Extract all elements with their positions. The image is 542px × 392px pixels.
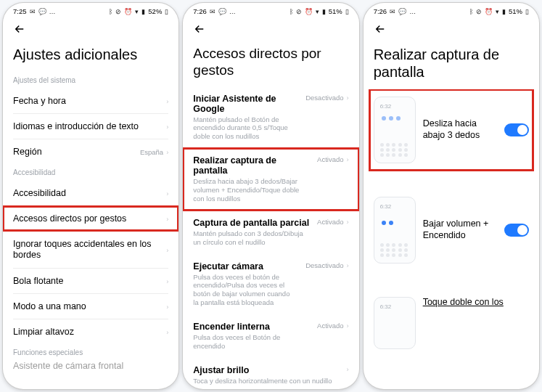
row-accesos-gestos[interactable]: Accesos directos por gestos › [3, 206, 178, 231]
alarm-icon: ⏰ [485, 8, 493, 15]
row-bola-flotante[interactable]: Bola flotante › [3, 269, 178, 293]
chevron-right-icon: › [166, 97, 168, 105]
wifi-icon: ▾ [316, 8, 319, 15]
option-label: Bajar volumen + Encendido [423, 219, 497, 241]
section-label-acc: Accesibilidad [3, 164, 178, 181]
chat-icon: 💬 [398, 8, 406, 15]
chevron-right-icon: › [166, 123, 168, 131]
page-title: Realizar captura de pantalla [364, 40, 539, 89]
wifi-icon: ▾ [135, 8, 139, 15]
dnd-icon: ⊘ [476, 8, 482, 15]
bt-icon: ᛒ [469, 8, 473, 15]
phone-3: 7:26 ✉ 💬 … ᛒ ⊘ ⏰ ▾ ▮ 51% ▯ Realizar capt… [364, 3, 539, 389]
signal-icon: ▮ [502, 8, 506, 15]
signal-icon: ▮ [322, 8, 326, 15]
toggle-switch[interactable] [504, 224, 529, 237]
chat-icon: 💬 [38, 8, 46, 15]
section-label-system: Ajustes del sistema [3, 72, 178, 89]
battery-pct: 51% [329, 7, 342, 15]
row-ejecutar-camara[interactable]: Ejecutar cámara Pulsa dos veces el botón… [183, 254, 358, 315]
row-captura-pantalla[interactable]: Realizar captura de pantalla Desliza hac… [183, 148, 358, 211]
chevron-right-icon: › [166, 277, 168, 285]
clock: 7:26 [193, 7, 207, 15]
page-title: Ajustes adicionales [3, 40, 178, 72]
chevron-right-icon: › [346, 365, 348, 373]
row-ignorar-toques[interactable]: Ignorar toques accidentales en los borde… [3, 232, 178, 268]
battery-icon: ▯ [345, 8, 349, 15]
option-label: Toque doble con los [423, 297, 529, 309]
chevron-right-icon: › [166, 148, 168, 156]
option-knock-twice[interactable]: 6:32 Toque doble con los [364, 290, 539, 356]
msg-icon: ✉ [30, 8, 36, 15]
row-google-assistant[interactable]: Iniciar Asistente de Google Mantén pulsa… [183, 86, 358, 149]
chevron-right-icon: › [166, 328, 168, 336]
msg-icon: ✉ [390, 8, 395, 15]
back-button[interactable] [193, 21, 209, 37]
status-bar: 7:26 ✉ 💬 … ᛒ ⊘ ⏰ ▾ ▮ 51% ▯ [183, 3, 358, 17]
header [3, 17, 178, 40]
alarm-icon: ⏰ [305, 8, 313, 15]
chevron-right-icon: › [346, 322, 348, 330]
clock: 7:25 [13, 7, 27, 15]
battery-pct: 51% [509, 7, 522, 15]
dnd-icon: ⊘ [115, 8, 121, 15]
more-icon: … [409, 8, 416, 15]
chevron-right-icon: › [166, 189, 168, 197]
signal-icon: ▮ [141, 8, 145, 15]
row-accesibilidad[interactable]: Accesibilidad › [3, 181, 178, 205]
back-button[interactable] [374, 21, 390, 37]
battery-icon: ▯ [525, 8, 529, 15]
row-encender-linterna[interactable]: Encender linterna Pulsa dos veces el Bot… [183, 314, 358, 358]
more-icon: … [229, 8, 236, 15]
gesture-preview-3-finger-swipe: 6:32 [374, 97, 416, 163]
row-region[interactable]: Región España› [3, 139, 178, 164]
chevron-right-icon: › [346, 155, 348, 163]
gesture-preview-knuckle: 6:32 [374, 297, 416, 349]
chevron-right-icon: › [166, 215, 168, 223]
phone-2: 7:26 ✉ 💬 … ᛒ ⊘ ⏰ ▾ ▮ 51% ▯ Accesos direc… [183, 3, 358, 389]
toggle-switch[interactable] [504, 123, 529, 136]
page-title: Accesos directos por gestos [183, 40, 358, 86]
back-button[interactable] [13, 21, 29, 37]
row-limpiar-altavoz[interactable]: Limpiar altavoz › [3, 319, 178, 344]
bt-icon: ᛒ [109, 8, 112, 15]
row-fecha-hora[interactable]: Fecha y hora › [3, 89, 178, 113]
row-captura-parcial[interactable]: Captura de pantalla parcial Mantén pulsa… [183, 211, 358, 254]
row-ajustar-brillo[interactable]: Ajustar brillo Toca y desliza horizontal… [183, 358, 358, 389]
option-label: Desliza hacia abajo 3 dedos [423, 118, 497, 141]
option-3-fingers[interactable]: 6:32 Desliza hacia abajo 3 dedos [369, 89, 533, 171]
section-label-special: Funciones especiales [3, 344, 178, 361]
battery-icon: ▯ [165, 8, 168, 15]
chevron-right-icon: › [166, 246, 168, 254]
status-bar: 7:26 ✉ 💬 … ᛒ ⊘ ⏰ ▾ ▮ 51% ▯ [364, 3, 539, 17]
header [364, 17, 539, 40]
chevron-right-icon: › [346, 218, 348, 226]
alarm-icon: ⏰ [124, 8, 132, 15]
bt-icon: ᛒ [290, 8, 293, 15]
status-bar: 7:25 ✉ 💬 … ᛒ ⊘ ⏰ ▾ ▮ 52% ▯ [3, 3, 178, 17]
dnd-icon: ⊘ [296, 8, 302, 15]
chat-icon: 💬 [218, 8, 226, 15]
header [183, 17, 358, 40]
phone-1: 7:25 ✉ 💬 … ᛒ ⊘ ⏰ ▾ ▮ 52% ▯ Ajustes adici… [3, 3, 178, 389]
row-idiomas[interactable]: Idiomas e introducción de texto › [3, 114, 178, 139]
row-cutoff[interactable]: Asistente de cámara frontal [3, 361, 178, 378]
msg-icon: ✉ [210, 8, 215, 15]
gesture-preview-buttons: 6:32 [374, 197, 416, 264]
clock: 7:26 [374, 7, 387, 15]
wifi-icon: ▾ [496, 8, 499, 15]
option-vol-power[interactable]: 6:32 Bajar volumen + Encendido [364, 189, 539, 271]
row-modo-una-mano[interactable]: Modo a una mano › [3, 294, 178, 319]
more-icon: … [49, 8, 56, 15]
chevron-right-icon: › [346, 94, 348, 102]
chevron-right-icon: › [166, 303, 168, 311]
battery-pct: 52% [148, 7, 162, 15]
chevron-right-icon: › [346, 261, 348, 269]
